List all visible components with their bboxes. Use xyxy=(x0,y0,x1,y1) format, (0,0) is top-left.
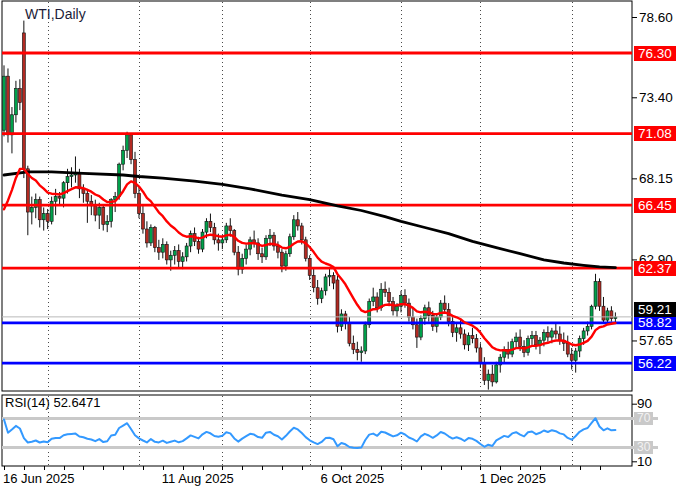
price-chart-canvas[interactable] xyxy=(0,0,700,500)
time-axis-date-label: 16 Jun 2025 xyxy=(3,471,75,486)
candle-body xyxy=(181,257,184,262)
candle-body xyxy=(229,226,232,231)
candle-body xyxy=(3,76,6,130)
price-axis-tick-label: 68.15 xyxy=(639,171,673,187)
candle-body xyxy=(94,206,97,215)
resistance-level-label-62.37: 62.37 xyxy=(634,261,676,276)
candle-body xyxy=(141,214,144,229)
candle-body xyxy=(213,227,216,239)
candle-body xyxy=(130,135,133,160)
chart-symbol-title: WTI,Daily xyxy=(25,6,86,22)
candle-body xyxy=(459,328,462,334)
candle-body xyxy=(30,207,33,212)
candle-body xyxy=(106,221,109,224)
candle-body xyxy=(582,331,585,339)
candle-body xyxy=(233,231,236,253)
candle-body xyxy=(550,331,553,337)
candle-body xyxy=(126,135,129,150)
candle-body xyxy=(268,235,271,238)
candle-body xyxy=(169,255,172,260)
candle-body xyxy=(261,254,264,257)
price-axis-tick-label: 78.60 xyxy=(639,10,673,26)
candle-body xyxy=(86,194,89,202)
candle-body xyxy=(145,229,148,243)
candle-body xyxy=(610,311,613,319)
candle-body xyxy=(157,248,160,253)
candle-body xyxy=(280,252,283,266)
candle-body xyxy=(439,303,442,317)
candle-body xyxy=(38,200,41,220)
candle-body xyxy=(511,342,514,354)
price-axis-tick-label: 57.65 xyxy=(639,333,673,349)
candle-body xyxy=(570,354,573,360)
rsi-axis-tick-label-10: 10 xyxy=(637,454,652,470)
rsi-level-label-30: 30 xyxy=(634,441,653,454)
candle-body xyxy=(336,280,339,326)
rsi-line[interactable] xyxy=(4,418,615,448)
candle-body xyxy=(70,175,73,177)
candle-body xyxy=(594,282,597,307)
time-axis-date-label: 1 Dec 2025 xyxy=(479,471,546,486)
candle-body xyxy=(519,337,522,346)
candle-body xyxy=(415,325,418,337)
candle-body xyxy=(566,343,569,354)
candle-body xyxy=(558,334,561,340)
candle-body xyxy=(348,323,351,343)
candle-body xyxy=(102,207,105,224)
candle-body xyxy=(225,226,228,240)
candle-body xyxy=(487,374,490,380)
candle-body xyxy=(209,221,212,227)
candle-body xyxy=(149,227,152,242)
rsi-axis-tick-label-90: 90 xyxy=(637,396,652,412)
candle-body xyxy=(54,197,57,202)
candle-body xyxy=(284,254,287,266)
time-axis-date-label: 6 Oct 2025 xyxy=(321,471,385,486)
candle-body xyxy=(388,292,391,301)
candle-body xyxy=(384,289,387,292)
candle-body xyxy=(185,246,188,257)
candle-body xyxy=(316,288,319,299)
candle-body xyxy=(586,326,589,331)
support-level-label-56.22: 56.22 xyxy=(634,356,676,371)
candle-body xyxy=(479,348,482,363)
candle-body xyxy=(403,295,406,303)
candle-body xyxy=(332,275,335,283)
candle-body xyxy=(221,240,224,243)
candle-body xyxy=(98,207,101,215)
candle-body xyxy=(372,297,375,302)
candle-body xyxy=(455,328,458,333)
candle-body xyxy=(574,351,577,360)
candle-body xyxy=(300,226,303,240)
resistance-level-label-76.30: 76.30 xyxy=(634,46,676,61)
candle-body xyxy=(515,337,518,342)
candle-body xyxy=(296,220,299,226)
rsi-level-label-70: 70 xyxy=(634,412,653,425)
candle-body xyxy=(201,232,204,249)
candle-body xyxy=(531,336,534,339)
price-axis-tick-label: 73.40 xyxy=(639,90,673,106)
candle-body xyxy=(368,302,371,325)
candle-body xyxy=(598,282,601,307)
candle-body xyxy=(471,336,474,339)
candle-body xyxy=(340,314,343,326)
candle-body xyxy=(534,336,537,345)
candle-body xyxy=(10,115,13,135)
candle-body xyxy=(137,194,140,214)
candle-body xyxy=(312,275,315,287)
candle-body xyxy=(58,197,61,199)
candle-body xyxy=(467,336,470,345)
candle-body xyxy=(376,297,379,308)
candle-body xyxy=(42,214,45,220)
candle-body xyxy=(292,220,295,237)
candle-body xyxy=(554,331,557,334)
candle-body xyxy=(475,339,478,348)
candle-body xyxy=(443,303,446,309)
candle-body xyxy=(483,363,486,380)
candle-body xyxy=(495,365,498,382)
candle-body xyxy=(217,240,220,243)
time-axis-date-label: 11 Aug 2025 xyxy=(162,471,234,486)
candle-body xyxy=(328,275,331,277)
candle-body xyxy=(542,332,545,340)
candle-body xyxy=(161,244,164,252)
support-level-label-58.82: 58.82 xyxy=(634,315,676,330)
